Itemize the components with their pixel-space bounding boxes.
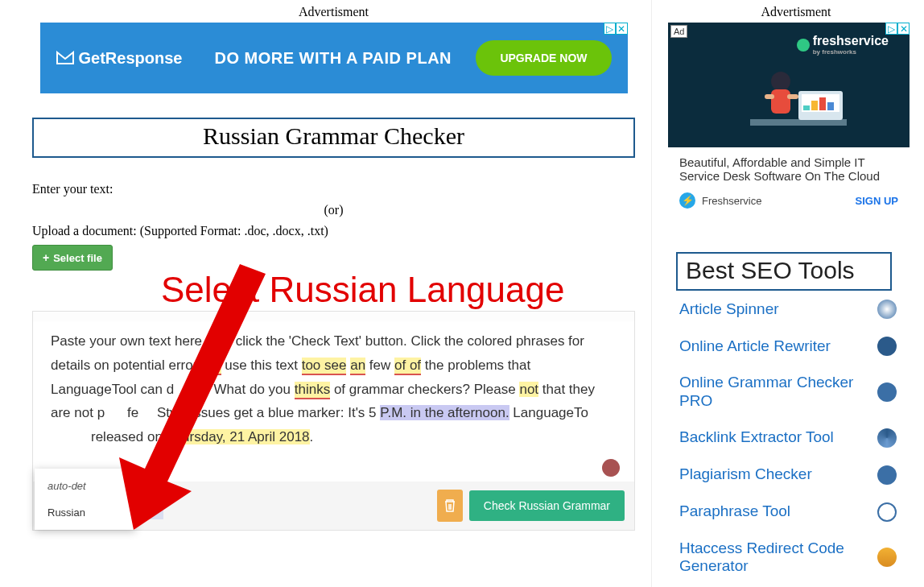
sidebar-item-htaccess[interactable]: Htaccess Redirect Code Generator <box>676 531 900 585</box>
trash-button[interactable] <box>437 490 463 522</box>
bolt-icon: ⚡ <box>679 192 695 209</box>
ad-close-corner[interactable]: ▷✕ <box>604 23 628 35</box>
sb-ad-desc: Beautiful, Affordable and Simple IT Serv… <box>668 147 910 188</box>
tool-icon <box>877 382 897 402</box>
sidebar-item-grammar-checker[interactable]: Online Grammar Checker PRO <box>676 365 900 420</box>
svg-point-8 <box>771 72 790 91</box>
svg-rect-6 <box>819 97 826 110</box>
ad-label-sidebar: Advertisment <box>668 5 924 19</box>
sidebar-list: Article Spinner Online Article Rewriter … <box>676 291 900 587</box>
lang-option-russian[interactable]: Russian <box>35 499 135 526</box>
ad-banner-main[interactable]: GetResponse DO MORE WITH A PAID PLAN UPG… <box>40 23 628 93</box>
tool-icon <box>877 428 897 448</box>
sb-ad-signup[interactable]: SIGN UP <box>856 195 898 207</box>
chevron-down-icon: ⌄ <box>145 499 154 511</box>
sb-ad-close-corner[interactable]: ▷✕ <box>885 23 910 35</box>
tool-icon <box>877 465 897 485</box>
error-count-badge[interactable] <box>602 459 620 477</box>
svg-rect-5 <box>811 101 818 110</box>
ad-label-main: Advertisment <box>32 5 635 19</box>
sidebar-ad[interactable]: ▷✕ Ad freshserviceby freshworks <box>668 23 910 228</box>
svg-rect-11 <box>787 94 798 99</box>
select-file-button[interactable]: + Select file <box>32 245 113 271</box>
sidebar-item-article-spinner[interactable]: Article Spinner <box>676 291 900 328</box>
enter-text-label: Enter your text: <box>32 182 635 196</box>
sidebar-item-article-rewriter[interactable]: Online Article Rewriter <box>676 328 900 365</box>
sidebar-title-box: Best SEO Tools <box>676 252 892 291</box>
svg-rect-10 <box>765 94 774 99</box>
sb-ad-name: Freshservice <box>702 195 849 207</box>
upload-label: Upload a document: (Supported Format: .d… <box>32 224 635 238</box>
language-dropdown-popup: auto-det Russian <box>35 469 135 530</box>
tool-icon <box>877 548 897 567</box>
sidebar-item-plagiarism[interactable]: Plagiarism Checker <box>676 457 900 494</box>
ad-tagline: DO MORE WITH A PAID PLAN <box>214 49 452 68</box>
sidebar-title: Best SEO Tools <box>678 254 890 289</box>
plus-icon: + <box>43 251 49 264</box>
tool-icon <box>877 337 897 356</box>
page-title: Russian Grammar Checker <box>34 122 633 150</box>
svg-rect-9 <box>771 89 790 114</box>
page-title-bar: Russian Grammar Checker <box>32 118 635 158</box>
or-label: (or) <box>32 203 635 217</box>
check-grammar-button[interactable]: Check Russian Grammar <box>469 490 625 521</box>
annotation-text: Select Russian Language <box>161 270 564 310</box>
sb-ad-logo: freshserviceby freshworks <box>797 34 889 56</box>
svg-rect-4 <box>803 105 810 110</box>
tool-icon <box>877 300 897 319</box>
svg-rect-1 <box>750 119 847 126</box>
sidebar-item-paraphrase[interactable]: Paraphrase Tool <box>676 494 900 531</box>
ad-cta-button[interactable]: UPGRADE NOW <box>476 40 611 76</box>
sidebar-item-backlink[interactable]: Backlink Extractor Tool <box>676 420 900 457</box>
trash-icon <box>444 499 456 512</box>
svg-rect-7 <box>827 102 834 110</box>
ad-logo: GetResponse <box>56 49 183 68</box>
lang-option-auto[interactable]: auto-det <box>35 473 135 499</box>
ad-tag: Ad <box>670 25 687 38</box>
tool-icon <box>877 502 897 522</box>
text-editor[interactable]: Paste your own text here anclick the 'Ch… <box>33 321 634 482</box>
